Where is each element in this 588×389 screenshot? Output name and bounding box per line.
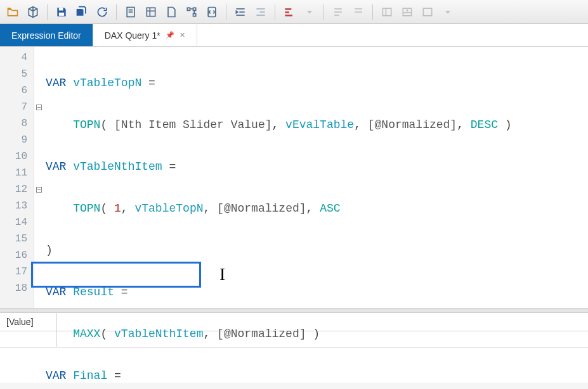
code-editor[interactable]: 4 5 6 7 8 9 10 11 12 13 14 15 16 17 18 V… bbox=[0, 47, 588, 308]
svg-rect-18 bbox=[285, 8, 291, 10]
svg-rect-9 bbox=[193, 8, 196, 10]
svg-rect-5 bbox=[147, 8, 155, 16]
tree-icon[interactable] bbox=[183, 3, 200, 21]
uncomment-icon[interactable] bbox=[350, 3, 367, 21]
tab-label: DAX Query 1* bbox=[105, 30, 160, 41]
script-icon[interactable] bbox=[203, 3, 221, 21]
refresh-icon[interactable] bbox=[93, 3, 111, 21]
tab-label: Expression Editor bbox=[11, 30, 81, 41]
panel-bottom-icon[interactable] bbox=[398, 3, 416, 21]
save-icon[interactable] bbox=[53, 3, 70, 21]
svg-rect-10 bbox=[193, 13, 196, 16]
panel-icon[interactable] bbox=[419, 3, 436, 21]
indent-icon[interactable] bbox=[232, 3, 249, 21]
comment-icon[interactable] bbox=[329, 3, 347, 21]
dropdown-chevron-icon[interactable] bbox=[301, 3, 318, 21]
svg-rect-26 bbox=[382, 8, 391, 16]
toolbar bbox=[0, 0, 588, 24]
fold-toggle-icon[interactable] bbox=[36, 187, 42, 193]
tab-bar: Expression Editor DAX Query 1* 📌 ✕ bbox=[0, 24, 588, 47]
cube-icon[interactable] bbox=[24, 3, 42, 21]
svg-rect-1 bbox=[59, 12, 64, 15]
page-icon[interactable] bbox=[162, 3, 180, 21]
pin-icon[interactable]: 📌 bbox=[166, 31, 174, 39]
svg-rect-8 bbox=[187, 8, 190, 10]
panel-left-icon[interactable] bbox=[378, 3, 396, 21]
svg-rect-20 bbox=[285, 15, 292, 16]
code-area[interactable]: VAR vTableTopN = TOPN( [Nth Item Slider … bbox=[43, 47, 588, 308]
close-icon[interactable]: ✕ bbox=[180, 31, 185, 39]
fold-toggle-icon[interactable] bbox=[36, 105, 42, 110]
line-gutter: 4 5 6 7 8 9 10 11 12 13 14 15 16 17 18 bbox=[0, 47, 34, 308]
open-folder-icon[interactable] bbox=[4, 3, 22, 21]
table-icon[interactable] bbox=[142, 3, 160, 21]
fold-column bbox=[34, 47, 43, 308]
more-chevron-icon[interactable] bbox=[439, 3, 457, 21]
svg-rect-19 bbox=[285, 11, 289, 13]
save-all-icon[interactable] bbox=[73, 3, 91, 21]
svg-rect-31 bbox=[423, 8, 431, 16]
svg-rect-0 bbox=[59, 8, 63, 10]
svg-point-30 bbox=[407, 10, 408, 11]
format-red-icon[interactable] bbox=[280, 3, 298, 21]
tab-dax-query[interactable]: DAX Query 1* 📌 ✕ bbox=[93, 24, 197, 46]
tab-expression-editor[interactable]: Expression Editor bbox=[0, 24, 93, 46]
document-icon[interactable] bbox=[122, 3, 140, 21]
outdent-icon[interactable] bbox=[252, 3, 270, 21]
